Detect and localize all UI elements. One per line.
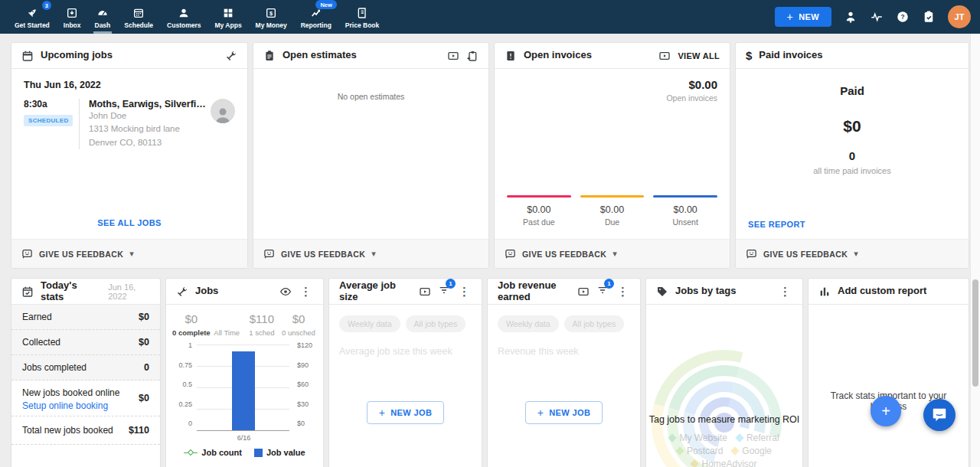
- stat-row-jobs-completed: Jobs completed 0: [11, 355, 160, 380]
- left-axis: 1 0.75 0.5 0.25 0: [172, 341, 192, 427]
- open-invoices-body: $0.00 Open invoices $0.00 Past due $0.00…: [495, 69, 730, 239]
- tag-legend-item: Google: [732, 446, 772, 456]
- avatar[interactable]: JT: [948, 5, 971, 28]
- tools-wrench-icon[interactable]: [225, 50, 237, 62]
- stat-value: $0.00: [580, 204, 645, 215]
- stat-value: $110: [129, 425, 149, 436]
- nav-item-schedule[interactable]: Schedule: [117, 0, 160, 34]
- see-report-link[interactable]: SEE REPORT: [748, 220, 805, 229]
- stat-label: New jobs booked online: [22, 387, 119, 398]
- stat-value: $0: [172, 312, 211, 326]
- job-title: Moths, Earwigs, Silverfish...: [89, 99, 206, 109]
- plus-icon: +: [537, 409, 544, 416]
- plus-icon: +: [881, 403, 890, 420]
- stat-label: Total new jobs booked: [22, 425, 113, 436]
- paid-caption: all time paid invoices: [813, 166, 891, 175]
- paid-count: 0: [849, 149, 855, 162]
- right-axis: $120 $90 $60 $30 $0: [294, 341, 317, 427]
- kebab-menu-icon[interactable]: ⋮: [778, 285, 792, 299]
- help-icon[interactable]: ?: [896, 10, 910, 24]
- new-estimate-icon[interactable]: [466, 50, 479, 62]
- rocket-icon: [26, 7, 38, 19]
- card-title: Job revenue earned: [498, 280, 560, 303]
- kebab-menu-icon[interactable]: ⋮: [616, 285, 630, 299]
- nav-item-customers[interactable]: Customers: [160, 0, 207, 34]
- job-customer: John Doe: [89, 109, 206, 122]
- add-report-fab[interactable]: +: [871, 396, 901, 426]
- jobs-chart: 1 0.75 0.5 0.25 0 $120 $90 $60 $30: [166, 341, 323, 457]
- stat-all-time: All Time: [211, 312, 243, 337]
- kebab-menu-icon[interactable]: ⋮: [299, 285, 313, 299]
- nav-item-get-started[interactable]: 3 Get Started: [8, 0, 57, 34]
- pill-all-job-types: All job types: [406, 315, 466, 332]
- todays-stats-card: Today's stats Jun 16, 2022 Earned $0 Col…: [11, 278, 161, 467]
- card-title: Upcoming jobs: [41, 50, 113, 61]
- filter-icon[interactable]: 1: [596, 284, 609, 299]
- give-feedback-button[interactable]: GIVE US FEEDBACK ▾: [11, 239, 247, 268]
- gauge-icon: [96, 7, 109, 19]
- job-list-item[interactable]: 8:30a SCHEDULED Moths, Earwigs, Silverfi…: [24, 99, 235, 149]
- calendar-grid-icon: [132, 7, 145, 19]
- chat-bubble-button[interactable]: [923, 399, 956, 431]
- filter-pills: Weekly data All job types: [498, 315, 630, 332]
- nav-label: Schedule: [124, 21, 153, 29]
- paid-invoices-header: $ Paid invoices: [736, 43, 969, 69]
- plus-icon: +: [787, 13, 794, 21]
- person-icon: [178, 7, 190, 19]
- caret-down-icon: ▾: [371, 249, 376, 259]
- kebab-menu-icon[interactable]: ⋮: [457, 285, 472, 299]
- nav-item-my-money[interactable]: $ My Money: [249, 0, 294, 34]
- svg-text:?: ?: [900, 14, 904, 21]
- eye-icon[interactable]: [279, 286, 292, 298]
- give-feedback-button[interactable]: GIVE US FEEDBACK ▾: [736, 239, 969, 268]
- video-tutorial-icon[interactable]: [577, 286, 590, 298]
- caret-down-icon: ▾: [129, 249, 134, 259]
- card-title: Open invoices: [524, 50, 592, 61]
- new-job-button[interactable]: + NEW JOB: [367, 401, 445, 424]
- give-feedback-button[interactable]: GIVE US FEEDBACK ▾: [253, 239, 488, 268]
- stat-unscheduled: $0 0 unsched: [280, 312, 317, 337]
- tasks-clipboard-icon[interactable]: [922, 10, 936, 24]
- card-title: Average job size: [339, 280, 405, 303]
- job-date-heading: Thu Jun 16, 2022: [24, 80, 235, 90]
- filter-pills: Weekly data All job types: [339, 315, 472, 332]
- nav-label: Get Started: [15, 21, 50, 29]
- square-marker-icon: [254, 449, 263, 457]
- stat-due: $0.00 Due: [580, 195, 645, 227]
- stat-scheduled: $110 1 sched: [243, 312, 280, 337]
- video-tutorial-icon[interactable]: [658, 50, 671, 62]
- stat-label: Due: [580, 217, 645, 227]
- feedback-face-icon: [21, 248, 33, 260]
- gps-person-icon[interactable]: [844, 10, 858, 24]
- job-address-line2: Denver CO, 80113: [89, 136, 206, 149]
- open-invoices-card: Open invoices VIEW ALL $0.00 Open invoic…: [494, 42, 730, 269]
- give-feedback-button[interactable]: GIVE US FEEDBACK ▾: [495, 239, 730, 268]
- nav-item-dash[interactable]: Dash: [88, 0, 118, 34]
- setup-online-booking-link[interactable]: Setup online booking: [22, 400, 119, 411]
- video-tutorial-icon[interactable]: [447, 50, 459, 62]
- filter-badge: 1: [604, 279, 614, 289]
- paid-invoices-body: Paid $0 0 all time paid invoices SEE REP…: [736, 69, 969, 239]
- see-all-jobs-link[interactable]: SEE ALL JOBS: [97, 218, 162, 227]
- scrollbar[interactable]: [970, 34, 980, 467]
- activity-pulse-icon[interactable]: [870, 10, 884, 24]
- tag-legend-item: Postcard: [677, 446, 723, 456]
- inbox-icon: [66, 7, 78, 19]
- status-badge: SCHEDULED: [24, 115, 73, 126]
- customer-avatar: [211, 99, 235, 123]
- nav-item-price-book[interactable]: Price Book: [338, 0, 386, 34]
- nav-item-reporting[interactable]: New Reporting: [294, 0, 338, 34]
- view-all-link[interactable]: VIEW ALL: [678, 51, 720, 60]
- new-button[interactable]: + NEW: [775, 7, 831, 27]
- new-job-button[interactable]: + NEW JOB: [525, 401, 603, 424]
- dollar-square-icon: $: [265, 7, 277, 19]
- filter-icon[interactable]: 1: [438, 284, 450, 299]
- calendar-icon: [21, 50, 34, 62]
- nav-item-inbox[interactable]: Inbox: [57, 0, 88, 34]
- video-tutorial-icon[interactable]: [419, 286, 431, 298]
- invoice-alert-icon: [505, 50, 517, 62]
- feedback-face-icon: [746, 248, 757, 260]
- scrollbar-thumb[interactable]: [972, 279, 978, 387]
- nav-item-my-apps[interactable]: My Apps: [208, 0, 249, 34]
- feedback-face-icon: [263, 248, 275, 260]
